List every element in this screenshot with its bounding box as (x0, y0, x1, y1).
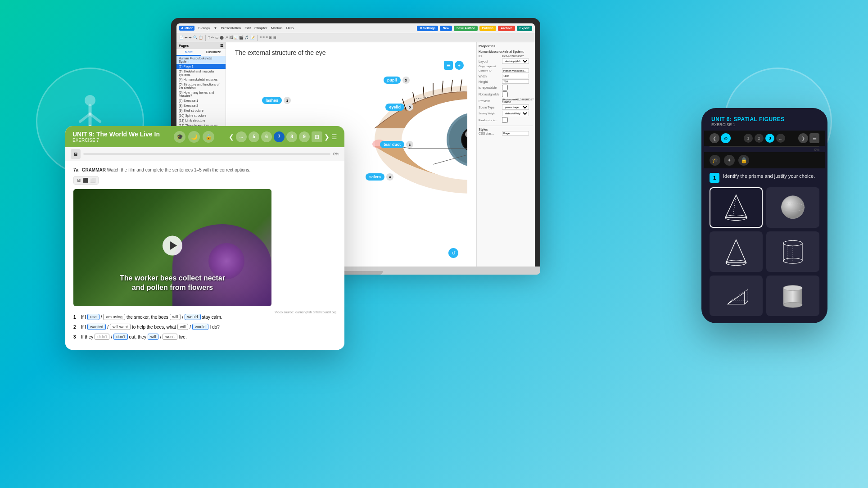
tablet-header-icons: 🎓 🌙 🔒 (174, 131, 214, 143)
sidebar-item-4[interactable]: (5) Structure and functions of the skele… (176, 82, 226, 90)
sent-didnt[interactable]: didn't (95, 334, 109, 340)
sidebar-item-9[interactable]: (10) Spine structure (176, 113, 226, 118)
sclera-box[interactable]: sclera (366, 173, 384, 181)
shape-cylinder[interactable] (766, 276, 819, 316)
sent-am-using[interactable]: am using (103, 314, 125, 320)
sent-dont[interactable]: don't (113, 334, 127, 340)
prop-scoring-select[interactable]: default/Weight (502, 111, 529, 116)
phone-nav-next[interactable]: ❯ (798, 133, 808, 143)
shape-pyramid[interactable] (710, 187, 763, 228)
nav-7[interactable]: 7 (274, 131, 285, 142)
sent-wont[interactable]: won't (163, 334, 177, 340)
lashes-box[interactable]: lashes (262, 97, 282, 104)
monitor-icon[interactable]: 🖥 (71, 149, 81, 159)
action-btn-1[interactable]: Publish (479, 26, 496, 31)
prop-height-input[interactable] (502, 79, 529, 84)
sidebar-tab-customize[interactable]: Customize (201, 49, 226, 56)
nav-5[interactable]: 5 (249, 131, 259, 142)
sidebar-item-6[interactable]: (7) Exercise 1 (176, 98, 226, 103)
refresh-btn[interactable]: ↺ (448, 248, 458, 258)
phone-nav-home[interactable]: ⊙ (721, 133, 731, 143)
prop-copypage-label: Copy page set (479, 65, 501, 68)
lashes-num: 1 (284, 97, 291, 104)
sidebar-item-0[interactable]: Human Musculoskeletal System (176, 56, 226, 64)
sent-will-1[interactable]: will (170, 314, 181, 320)
shape-cylinder-dashed[interactable] (766, 231, 819, 272)
sent-will-2[interactable]: will (177, 324, 189, 330)
sent-would-2[interactable]: would (192, 324, 208, 330)
prop-layout-select[interactable]: desktop (default 550) (502, 59, 529, 64)
styles-header: Styles (479, 128, 533, 131)
action-btn-2[interactable]: Archive (498, 26, 515, 31)
phone-tool-3[interactable]: 🔒 (738, 155, 749, 166)
css-class-input[interactable] (502, 131, 529, 136)
nav-menu-btn[interactable]: ☰ (331, 133, 337, 140)
pupil-box[interactable]: pupil (384, 77, 401, 84)
canvas-tool-list[interactable]: ☰ (444, 61, 453, 70)
sent-will-want[interactable]: will want (110, 324, 131, 330)
author-topbar: Author Biology ▼ Presentation Edit Chapt… (176, 23, 535, 33)
action-btn-3[interactable]: Export (517, 26, 532, 31)
sidebar-item-5[interactable]: (6) How many bones and muscles? (176, 90, 226, 98)
tablet-icon-2[interactable]: 🌙 (188, 131, 200, 143)
toolbar-align: ≡ ≡ ≡ ⊞ ⊟ (260, 36, 276, 40)
phone-nav-prev[interactable]: ❮ (710, 133, 719, 143)
menu-module[interactable]: Module (271, 26, 283, 30)
tearduct-box[interactable]: tear duct (380, 141, 404, 148)
shape-sphere[interactable] (766, 187, 819, 228)
new-btn[interactable]: New (440, 26, 452, 31)
sidebar-item-1[interactable]: (1) Page 1 (176, 64, 226, 69)
sidebar-menu-icon: ☰ (220, 44, 223, 48)
phone-nav-grid[interactable]: ☰ (809, 133, 819, 143)
svg-point-57 (783, 285, 802, 291)
save-author-btn[interactable]: Save Author (454, 26, 478, 31)
sidebar-item-8[interactable]: (9) Skull structure (176, 108, 226, 113)
sent-use[interactable]: use (87, 314, 99, 320)
prop-width-input[interactable] (502, 74, 529, 78)
phone-nav-1[interactable]: 1 (744, 134, 753, 143)
sidebar-item-10[interactable]: (11) Limb structure (176, 118, 226, 123)
prop-assignable-checkbox[interactable] (502, 91, 508, 97)
menu-presentation[interactable]: Presentation (221, 26, 241, 30)
phone-nav-2[interactable]: 2 (755, 134, 764, 143)
nav-grid-btn[interactable]: ⊞ (312, 131, 322, 142)
tablet-icon-3[interactable]: 🔒 (203, 131, 214, 143)
menu-help[interactable]: Help (286, 26, 294, 30)
sent-text-3: eat, they (129, 334, 146, 339)
nav-6[interactable]: 6 (261, 131, 272, 142)
sent-will-3[interactable]: will (148, 334, 159, 340)
nav-9[interactable]: 9 (299, 131, 310, 142)
prop-randomize-checkbox[interactable] (502, 117, 508, 123)
menu-edit[interactable]: Edit (244, 26, 251, 30)
nav-prev-btn[interactable]: ❮ (229, 133, 234, 140)
prop-preview-value: jIlks/server#67,378183387 810088 (502, 98, 533, 104)
prop-repeatable-checkbox[interactable] (502, 85, 508, 90)
sent-slash-5: / (111, 334, 112, 339)
properties-section: Human Musculoskeletal System: (479, 50, 533, 53)
sidebar-title: Pages (179, 44, 189, 48)
phone-tool-2[interactable]: ✦ (724, 155, 735, 166)
shape-prism[interactable] (710, 276, 763, 316)
play-button[interactable] (163, 236, 182, 256)
sidebar-tab-make[interactable]: Make (176, 49, 201, 56)
menu-chapter[interactable]: Chapter (254, 26, 267, 30)
video-caption: The worker bees collect nectar and polle… (73, 274, 271, 293)
prop-contentid-input[interactable] (502, 68, 529, 73)
prop-scoretype-select[interactable]: percentage (502, 104, 529, 110)
sent-wanted[interactable]: wanted (87, 324, 106, 330)
sidebar-item-3[interactable]: (4) Human skeletal muscles (176, 77, 226, 82)
sidebar-item-7[interactable]: (8) Exercise 2 (176, 103, 226, 108)
sent-would-1[interactable]: would (185, 314, 201, 320)
shape-cone[interactable] (710, 231, 763, 272)
nav-next-btn[interactable]: ❯ (324, 133, 330, 140)
sidebar-item-2[interactable]: (3) Skeletal and muscular systems (176, 69, 226, 77)
settings-btn[interactable]: ⚙ Settings (417, 26, 439, 31)
phone-nav-3[interactable]: 3 (765, 134, 774, 143)
nav-8[interactable]: 8 (286, 131, 297, 142)
tablet-icon-1[interactable]: 🎓 (174, 131, 185, 143)
eyelid-box[interactable]: eyelid (385, 104, 404, 111)
phone-toolbar: 🎓 ✦ 🔒 (704, 152, 825, 168)
canvas-tool-add[interactable]: + (455, 61, 464, 70)
svg-point-58 (783, 302, 802, 307)
phone-tool-1[interactable]: 🎓 (710, 155, 720, 166)
